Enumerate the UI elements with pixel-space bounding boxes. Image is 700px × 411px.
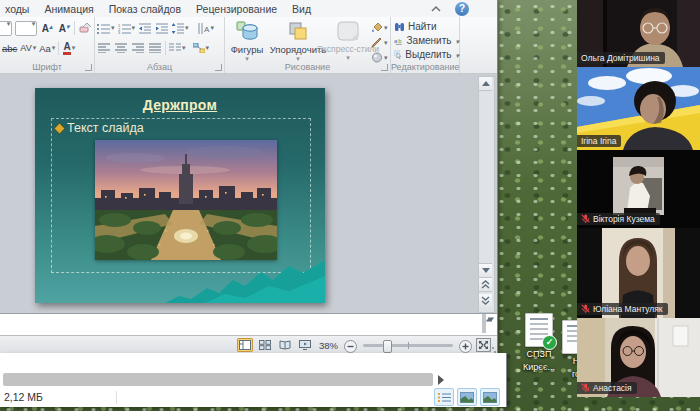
zoom-slider[interactable] — [363, 344, 453, 347]
replace-button[interactable]: ab Заменить — [394, 34, 459, 47]
clear-formatting-button[interactable] — [78, 20, 92, 36]
shape-fill-button[interactable] — [371, 21, 388, 34]
file-size-status: 2,12 МБ — [4, 391, 43, 403]
binoculars-icon — [394, 21, 405, 32]
minus-icon — [344, 340, 357, 353]
desktop-icon-document[interactable]: ✓ СПЗП Кирєє... — [519, 313, 559, 373]
justify-button[interactable] — [148, 40, 162, 56]
slide-title[interactable]: Держпром — [35, 97, 325, 113]
align-left-button[interactable] — [97, 40, 111, 56]
columns-button[interactable] — [169, 40, 186, 56]
line-spacing-icon — [172, 23, 184, 34]
dialog-launcher-icon[interactable] — [215, 64, 222, 71]
arrange-icon — [286, 20, 310, 42]
grow-font-button[interactable]: A — [40, 20, 54, 36]
font-name-select[interactable] — [0, 21, 12, 36]
zoom-in-button[interactable] — [459, 339, 472, 352]
help-icon[interactable]: ? — [455, 2, 469, 16]
slide-image[interactable] — [95, 140, 277, 260]
participant-tile[interactable]: Ольга Домітришина — [577, 0, 700, 67]
slide-canvas[interactable]: Держпром Текст слайда — [35, 88, 325, 303]
horizontal-scrollbar[interactable] — [3, 373, 433, 386]
replace-icon: ab — [394, 35, 404, 46]
paragraph-group-label: Абзац — [95, 62, 224, 72]
slide-bullet-line[interactable]: Текст слайда — [56, 121, 144, 135]
details-view-button[interactable] — [434, 388, 454, 406]
normal-view-button[interactable] — [237, 338, 253, 352]
tab-view[interactable]: Вид — [292, 3, 311, 15]
columns-icon — [169, 43, 181, 53]
notes-pane[interactable] — [0, 313, 497, 336]
select-button[interactable]: Выделить — [394, 48, 459, 61]
convert-smartart-button[interactable] — [193, 40, 210, 56]
resize-grip[interactable] — [488, 345, 496, 353]
tab-review[interactable]: Рецензирование — [196, 3, 277, 15]
zoom-slider-thumb[interactable] — [383, 340, 392, 353]
participant-tile-active[interactable]: Irina Irina — [577, 67, 700, 150]
font-size-select[interactable] — [15, 21, 37, 36]
find-button[interactable]: Найти — [394, 20, 459, 33]
svg-text:3: 3 — [118, 30, 121, 34]
ribbon-group-editing: Найти ab Заменить Выделить Редактировани… — [391, 17, 460, 73]
svg-text:A: A — [204, 25, 210, 34]
align-left-icon — [98, 43, 110, 53]
align-center-button[interactable] — [114, 40, 128, 56]
align-right-button[interactable] — [131, 40, 145, 56]
dialog-launcher-icon[interactable] — [381, 64, 388, 71]
shrink-font-button[interactable]: A — [57, 20, 71, 36]
participant-tile[interactable]: Юліана Мантуляк — [577, 228, 700, 318]
plus-icon — [459, 340, 472, 353]
text-direction-button[interactable]: A — [198, 20, 215, 36]
participant-tile[interactable]: Вікторія Кузема — [577, 150, 700, 228]
next-slide-button[interactable] — [479, 294, 492, 307]
double-up-icon — [481, 280, 490, 289]
shape-outline-button[interactable] — [371, 36, 388, 49]
tab-animation[interactable]: Анимация — [44, 3, 93, 15]
eraser-icon — [79, 22, 92, 34]
slide-scrollbar[interactable] — [478, 76, 495, 313]
slide-bullet-text: Текст слайда — [67, 121, 144, 135]
status-bar: 38% — [0, 335, 497, 354]
participant-name-badge: Анастасія — [577, 382, 637, 394]
collapse-ribbon-icon[interactable] — [429, 3, 443, 15]
svg-text:a: a — [394, 38, 398, 44]
ribbon-group-paragraph: 123 A — [95, 17, 225, 73]
slideshow-view-button[interactable] — [297, 338, 313, 352]
decrease-indent-button[interactable] — [138, 20, 152, 36]
dialog-launcher-icon[interactable] — [85, 64, 92, 71]
tab-transitions[interactable]: ходы — [5, 3, 29, 15]
scroll-up-icon[interactable] — [479, 77, 492, 91]
character-spacing-button[interactable]: AV — [20, 40, 36, 56]
participant-name-badge: Ольга Домітришина — [577, 52, 665, 64]
increase-indent-button[interactable] — [155, 20, 169, 36]
notes-scrollbar[interactable] — [482, 315, 495, 333]
reading-view-button[interactable] — [277, 338, 293, 352]
align-center-icon — [115, 43, 127, 53]
scroll-right-icon[interactable] — [438, 375, 444, 385]
tab-slideshow[interactable]: Показ слайдов — [109, 3, 181, 15]
thumbnail-view-button-2[interactable] — [480, 388, 500, 406]
meeting-panel: Ольга Домітришина Irina Irina — [577, 0, 700, 397]
font-color-button[interactable]: A — [62, 40, 76, 56]
zoom-level[interactable]: 38% — [319, 340, 338, 351]
strikethrough-button[interactable]: abc — [2, 40, 17, 56]
change-case-button[interactable]: Aa — [39, 40, 55, 56]
line-spacing-button[interactable] — [172, 20, 189, 36]
slide-sorter-view-button[interactable] — [257, 338, 273, 352]
select-arrow-icon — [394, 49, 402, 60]
previous-slide-button[interactable] — [479, 278, 492, 292]
bullets-button[interactable] — [97, 20, 115, 36]
numbering-button[interactable]: 123 — [118, 20, 136, 36]
decorative-wave — [165, 258, 325, 303]
scroll-down-icon[interactable] — [479, 263, 492, 278]
slideshow-icon — [299, 340, 311, 350]
text-direction-icon: A — [198, 23, 210, 34]
quick-styles-icon — [335, 20, 361, 42]
increase-indent-icon — [156, 23, 168, 34]
participant-tile[interactable]: Анастасія — [577, 318, 700, 397]
slide-edit-area: Держпром Текст слайда — [0, 74, 497, 313]
scroll-down-icon[interactable] — [484, 314, 486, 333]
thumbnail-view-button[interactable] — [457, 388, 477, 406]
zoom-out-button[interactable] — [344, 339, 357, 352]
bullet-icon — [55, 123, 65, 133]
